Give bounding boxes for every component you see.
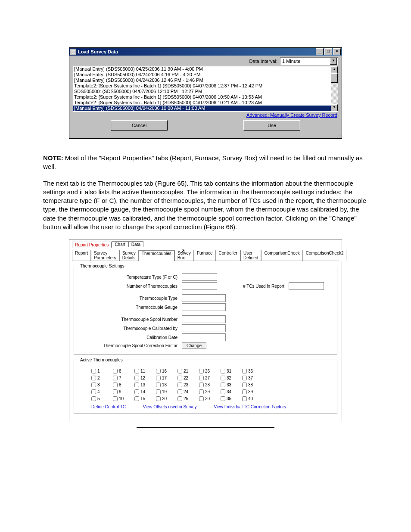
tc-checkbox-input[interactable] (242, 369, 247, 373)
tc-checkbox-input[interactable] (156, 369, 161, 373)
tc-checkbox[interactable]: 32 (221, 374, 240, 381)
cancel-button[interactable]: Cancel (111, 120, 168, 131)
close-button[interactable]: × (333, 48, 341, 55)
tc-checkbox[interactable]: 36 (242, 367, 262, 374)
tc-checkbox-input[interactable] (134, 376, 139, 380)
tc-checkbox-input[interactable] (242, 376, 247, 380)
sub-tab[interactable]: Furnace (194, 250, 216, 261)
scroll-up-button[interactable]: ▲ (331, 66, 338, 73)
interval-combo[interactable]: 1 Minute ▼ (280, 57, 338, 65)
input-spool-no[interactable] (182, 315, 226, 323)
tc-checkbox[interactable]: 26 (199, 367, 219, 374)
tc-checkbox-input[interactable] (242, 383, 247, 387)
sub-tab[interactable]: Survey Details (119, 250, 139, 261)
tc-checkbox-input[interactable] (156, 389, 161, 394)
sub-tab[interactable]: Survey Box (174, 250, 194, 261)
tc-checkbox-input[interactable] (199, 369, 204, 373)
tc-checkbox[interactable]: 29 (199, 388, 219, 395)
tc-checkbox-input[interactable] (199, 396, 204, 401)
tc-checkbox-input[interactable] (91, 383, 96, 387)
sub-tab[interactable]: Thermocouples (139, 250, 174, 261)
tc-checkbox-input[interactable] (177, 389, 182, 394)
tc-checkbox-input[interactable] (177, 383, 182, 387)
tc-checkbox[interactable]: 33 (221, 381, 240, 388)
tc-checkbox[interactable]: 19 (156, 388, 176, 395)
tc-checkbox-input[interactable] (156, 396, 161, 401)
list-item[interactable]: Template2: [Super Systems Inc - Batch 1]… (73, 100, 331, 106)
tc-checkbox-input[interactable] (221, 383, 225, 387)
tc-checkbox-input[interactable] (134, 369, 139, 373)
tc-checkbox[interactable]: 30 (199, 395, 219, 402)
tc-checkbox[interactable]: 24 (177, 388, 197, 395)
tc-checkbox-input[interactable] (156, 383, 161, 387)
tc-checkbox-input[interactable] (242, 396, 247, 401)
tc-checkbox[interactable]: 10 (113, 395, 133, 402)
input-cal-date[interactable] (182, 333, 226, 341)
tc-checkbox[interactable]: 3 (91, 381, 111, 388)
sub-tab[interactable]: User Defined (240, 250, 261, 261)
tc-checkbox-input[interactable] (113, 396, 118, 401)
tc-checkbox-input[interactable] (177, 369, 182, 373)
tc-checkbox-input[interactable] (221, 376, 225, 380)
combo-arrow-icon[interactable]: ▼ (330, 58, 337, 65)
tc-checkbox[interactable]: 11 (134, 367, 154, 374)
tc-checkbox[interactable]: 14 (134, 388, 154, 395)
tc-checkbox-input[interactable] (199, 383, 204, 387)
tc-checkbox[interactable]: 8 (113, 381, 133, 388)
sub-tab[interactable]: ComparisonCheck2 (303, 250, 347, 261)
link-define-control-tc[interactable]: Define Control TC (91, 404, 126, 409)
tc-checkbox-input[interactable] (91, 396, 96, 401)
tc-checkbox[interactable]: 7 (113, 374, 133, 381)
use-button[interactable]: Use (243, 120, 300, 131)
tc-checkbox-input[interactable] (221, 389, 225, 394)
list-item[interactable]: [Manual Entry] (SDS505000) 04/25/2006 11… (73, 66, 331, 72)
tc-checkbox[interactable]: 31 (221, 367, 240, 374)
tc-checkbox[interactable]: 12 (134, 374, 154, 381)
tc-checkbox[interactable]: 6 (113, 367, 133, 374)
tc-checkbox[interactable]: 25 (177, 395, 197, 402)
tc-checkbox-input[interactable] (91, 376, 96, 380)
main-tab[interactable]: Data (128, 241, 143, 247)
scroll-track[interactable] (331, 83, 338, 104)
tc-checkbox-input[interactable] (242, 389, 247, 394)
tc-checkbox-input[interactable] (113, 376, 118, 380)
input-tcs-in-report[interactable] (289, 282, 324, 290)
tc-checkbox[interactable]: 4 (91, 388, 111, 395)
tc-checkbox[interactable]: 27 (199, 374, 219, 381)
tc-checkbox[interactable]: 39 (242, 388, 262, 395)
tc-checkbox[interactable]: 40 (242, 395, 262, 402)
tc-checkbox-input[interactable] (113, 389, 118, 394)
main-tab[interactable]: Chart (112, 241, 128, 247)
sub-tab[interactable]: Survey Parameters (91, 250, 119, 261)
scroll-down-button[interactable]: ▼ (331, 104, 338, 111)
tc-checkbox[interactable]: 15 (134, 395, 154, 402)
tc-checkbox-input[interactable] (177, 376, 182, 380)
tc-checkbox-input[interactable] (113, 383, 118, 387)
tc-checkbox-input[interactable] (134, 383, 139, 387)
change-button[interactable]: Change (182, 342, 206, 349)
survey-listbox[interactable]: [Manual Entry] (SDS505000) 04/25/2006 11… (73, 66, 338, 112)
tc-checkbox[interactable]: 38 (242, 381, 262, 388)
tc-checkbox-input[interactable] (199, 389, 204, 394)
titlebar[interactable]: ☰ Load Survey Data _ □ × (69, 48, 342, 56)
tc-checkbox[interactable]: 2 (91, 374, 111, 381)
tc-checkbox[interactable]: 37 (242, 374, 262, 381)
input-tc-type[interactable] (182, 294, 226, 302)
list-item[interactable]: SDS505000: (SDS505000) 04/07/2006 12:10 … (73, 89, 331, 94)
list-item[interactable]: [Manual Entry] (SDS505000) 04/04/2006 10… (73, 106, 331, 111)
tc-checkbox[interactable]: 18 (156, 381, 176, 388)
tc-checkbox-input[interactable] (91, 369, 96, 373)
tc-checkbox-input[interactable] (134, 389, 139, 394)
tc-checkbox[interactable]: 22 (177, 374, 197, 381)
input-tc-gauge[interactable] (182, 303, 226, 311)
scroll-thumb[interactable] (331, 73, 338, 83)
tc-checkbox[interactable]: 20 (156, 395, 176, 402)
input-cal-by[interactable] (182, 324, 226, 332)
tc-checkbox[interactable]: 17 (156, 374, 176, 381)
tc-checkbox-input[interactable] (91, 389, 96, 394)
tc-checkbox-input[interactable] (221, 369, 225, 373)
list-item[interactable]: [Manual Entry] (SDS505000) 04/24/2006 12… (73, 78, 331, 83)
main-tab[interactable]: Report Properties (72, 242, 112, 248)
input-num-tc[interactable] (182, 282, 217, 290)
resize-grip[interactable]: ⋰ (69, 134, 342, 138)
